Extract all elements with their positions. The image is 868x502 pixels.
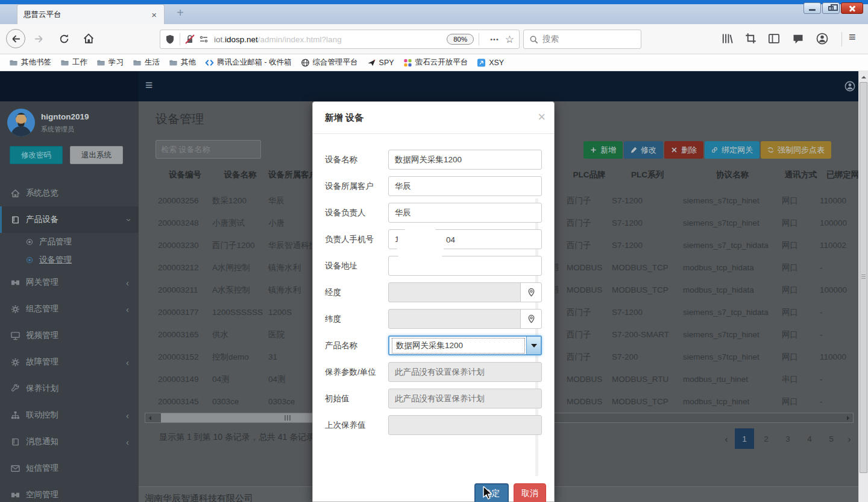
page-button[interactable]: › <box>843 428 855 449</box>
column-header[interactable]: 已绑定网关 <box>820 170 858 180</box>
map-pin-button[interactable] <box>520 310 541 328</box>
sidebar-item[interactable]: 组态管理 ‹ <box>0 296 139 322</box>
scroll-right-arrow[interactable] <box>843 413 853 422</box>
bookmark-item[interactable]: 综合管理平台 <box>301 57 358 68</box>
page-actions-icon[interactable]: ••• <box>490 36 499 43</box>
change-password-button[interactable]: 修改密码 <box>10 146 63 164</box>
action-button[interactable]: 绑定网关 <box>705 141 760 159</box>
logout-button[interactable]: 退出系统 <box>70 146 123 164</box>
bookmark-item[interactable]: 工作 <box>60 57 87 68</box>
back-button[interactable] <box>6 29 25 48</box>
sidebar-item[interactable]: 联动控制 ‹ <box>0 402 139 428</box>
column-header[interactable]: 通讯方式 <box>782 170 820 180</box>
scroll-left-arrow[interactable] <box>145 413 155 422</box>
bookmark-item[interactable]: 萤石云开放平台 <box>403 57 468 68</box>
bookmark-item[interactable]: XSY <box>477 59 504 67</box>
dropdown-arrow-button[interactable] <box>526 337 541 354</box>
page-button[interactable]: 3 <box>778 428 797 449</box>
cell-comm-type: 网口 <box>782 352 820 363</box>
cell-device-id: 200003149 <box>158 375 212 384</box>
form-input[interactable]: 数据网关采集1200 <box>388 150 542 170</box>
cancel-button[interactable]: 取消 <box>514 483 546 502</box>
page-button[interactable]: 1 <box>735 428 754 449</box>
sidebar-item[interactable]: 系统总览 <box>0 180 139 206</box>
restore-button[interactable] <box>822 2 840 14</box>
form-input[interactable]: 1 04 <box>388 229 542 249</box>
sidebar-item[interactable]: 设备管理 <box>0 251 139 269</box>
form-input[interactable]: 此产品没有设置保养计划 <box>388 362 542 382</box>
sidebar-item[interactable]: 空间管理 <box>0 481 139 502</box>
user-name: hignton2019 <box>41 112 89 121</box>
chevron-down-icon <box>531 344 537 351</box>
map-pin-button[interactable] <box>520 283 541 302</box>
column-header[interactable]: 协议名称 <box>683 170 782 180</box>
table-search-input[interactable] <box>156 140 261 159</box>
bookmark-item[interactable]: 其他 <box>169 57 196 68</box>
sidebar-collapse-icon[interactable]: ≡ <box>145 78 153 92</box>
page-button[interactable]: 2 <box>756 428 776 449</box>
action-button[interactable]: 删除 <box>664 141 703 159</box>
form-input[interactable] <box>388 415 542 435</box>
url-bar[interactable]: iot.idosp.net/admin/index.html?lang 80% … <box>160 30 520 49</box>
column-header[interactable]: 设备名称 <box>212 170 268 180</box>
close-window-button[interactable] <box>841 2 863 14</box>
minimize-button[interactable] <box>804 2 821 14</box>
column-header[interactable]: PLC品牌 <box>567 170 612 180</box>
censor-blob <box>397 224 444 271</box>
sidebar-item[interactable]: 视频管理 <box>0 322 139 349</box>
library-icon[interactable] <box>721 33 733 45</box>
sidebar-item[interactable]: 产品设备 ‹ <box>0 206 139 233</box>
cell-plc-brand: MODBUS <box>567 375 612 384</box>
action-button[interactable]: 新增 <box>583 141 623 159</box>
bookmark-item[interactable]: SPY <box>367 59 394 67</box>
permissions-icon[interactable] <box>199 34 209 44</box>
form-input[interactable]: 华辰 <box>388 203 542 223</box>
page-button[interactable]: 5 <box>822 428 841 449</box>
bookmark-item[interactable]: 学习 <box>96 57 124 68</box>
zoom-level-badge[interactable]: 80% <box>447 34 474 45</box>
bookmark-item[interactable]: 腾讯企业邮箱 - 收件箱 <box>205 57 292 68</box>
home-button[interactable] <box>83 33 94 44</box>
sidebar-item[interactable]: 短信管理 <box>0 455 139 481</box>
sidebar-item[interactable]: 消息通知 ‹ <box>0 428 139 455</box>
column-header[interactable]: PLC系列 <box>612 170 683 180</box>
form-input[interactable]: 华辰 <box>388 176 542 196</box>
form-input[interactable]: 数据网关采集1200 <box>388 335 542 355</box>
app-navbar: ≡ <box>0 71 868 101</box>
tab-close-icon[interactable]: × <box>150 10 158 20</box>
column-header[interactable]: 设备编号 <box>158 170 212 180</box>
url-text[interactable]: iot.idosp.net/admin/index.html?lang <box>214 35 342 44</box>
pocket-icon[interactable] <box>792 33 804 45</box>
vertical-scrollbar-thumb[interactable] <box>860 82 867 473</box>
form-input[interactable]: 此产品没有设置保养计划 <box>388 389 542 408</box>
new-tab-button[interactable]: + <box>171 6 189 20</box>
sidebar-item[interactable]: 网关管理 ‹ <box>0 269 139 296</box>
modal-close-icon[interactable]: × <box>538 109 546 125</box>
vertical-scrollbar[interactable] <box>858 71 868 502</box>
form-input[interactable] <box>388 282 542 302</box>
search-bar[interactable]: 搜索 <box>523 30 641 49</box>
sidebar-item[interactable]: 产品管理 <box>0 233 139 251</box>
cell-gateway: 110000 <box>820 352 858 361</box>
scroll-up-arrow[interactable] <box>859 72 868 81</box>
bookmark-star-icon[interactable]: ☆ <box>505 33 514 46</box>
screenshot-icon[interactable] <box>745 33 756 44</box>
forward-button[interactable] <box>34 34 44 44</box>
browser-tab[interactable]: 思普云平台 × <box>17 4 165 24</box>
sidebar-toggle-icon[interactable] <box>768 33 780 45</box>
page-button[interactable]: 4 <box>800 428 819 449</box>
insecure-lock-icon[interactable] <box>185 34 195 44</box>
bookmark-item[interactable]: 其他书签 <box>9 57 51 68</box>
form-input[interactable] <box>388 309 542 329</box>
shield-icon[interactable] <box>165 34 175 44</box>
action-button[interactable]: 修改 <box>624 141 663 159</box>
bookmark-item[interactable]: 生活 <box>133 57 160 68</box>
action-button[interactable]: 强制同步点表 <box>761 141 831 159</box>
account-icon[interactable] <box>816 33 828 45</box>
menu-hamburger-icon[interactable]: ≡ <box>849 30 856 44</box>
cell-comm-type: 网口 <box>782 307 820 318</box>
reload-button[interactable] <box>59 34 69 44</box>
sidebar-item[interactable]: 故障管理 ‹ <box>0 349 139 375</box>
page-button[interactable]: ‹ <box>720 428 732 449</box>
sidebar-item[interactable]: 保养计划 <box>0 375 139 402</box>
